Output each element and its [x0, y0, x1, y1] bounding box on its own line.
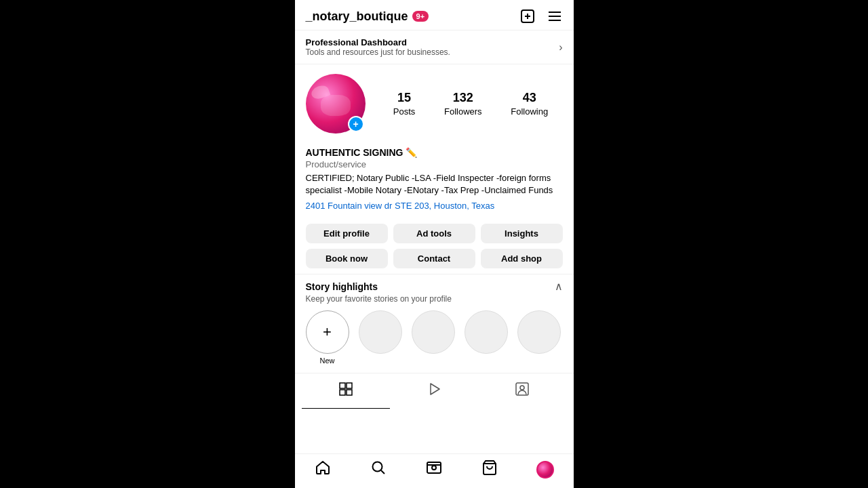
- highlights-header: Story highlights ∧: [306, 280, 563, 293]
- action-buttons-row2: Book now Contact Add shop: [295, 249, 574, 274]
- home-icon: [315, 460, 331, 480]
- tab-grid[interactable]: [302, 373, 390, 409]
- highlight-circle-4: [517, 310, 561, 354]
- highlight-circle-3: [465, 310, 508, 354]
- new-highlight-item[interactable]: + New: [306, 310, 349, 365]
- top-bar: _notary_boutique 9+: [295, 0, 574, 30]
- add-post-button[interactable]: [519, 8, 536, 24]
- search-icon: [370, 460, 387, 480]
- plus-icon: +: [323, 323, 332, 341]
- svg-line-14: [381, 470, 384, 474]
- menu-button[interactable]: [547, 8, 563, 24]
- shop-icon: [481, 460, 498, 480]
- add-shop-button[interactable]: Add shop: [481, 249, 563, 268]
- notification-badge[interactable]: 9+: [412, 11, 429, 22]
- display-name: AUTHENTIC SIGNING ✏️: [306, 147, 563, 158]
- top-icons: [519, 8, 563, 24]
- following-label: Following: [511, 106, 548, 117]
- following-count: 43: [523, 91, 536, 105]
- bio-section: AUTHENTIC SIGNING ✏️ Product/service CER…: [295, 147, 574, 218]
- profile-top: + 15 Posts 132 Followers 43 Following: [306, 74, 563, 134]
- pro-dashboard-banner[interactable]: Professional Dashboard Tools and resourc…: [295, 30, 574, 64]
- bottom-nav: [295, 453, 574, 488]
- add-story-button[interactable]: +: [348, 116, 364, 132]
- highlight-circle-2: [412, 310, 455, 354]
- followers-stat[interactable]: 132 Followers: [444, 91, 482, 117]
- svg-rect-6: [340, 383, 345, 388]
- pro-dashboard-subtitle: Tools and resources just for businesses.: [306, 47, 450, 57]
- content-tabs: [295, 373, 574, 409]
- highlights-subtitle: Keep your favorite stories on your profi…: [306, 294, 563, 304]
- highlights-title: Story highlights: [306, 281, 378, 292]
- location-link[interactable]: 2401 Fountain view dr STE 203, Houston, …: [306, 201, 495, 211]
- highlight-item-4[interactable]: [517, 310, 561, 365]
- new-highlight-label: New: [319, 357, 334, 365]
- username-area: _notary_boutique 9+: [306, 9, 429, 24]
- svg-rect-7: [347, 383, 352, 388]
- pro-dashboard-text: Professional Dashboard Tools and resourc…: [306, 37, 450, 57]
- story-highlights: Story highlights ∧ Keep your favorite st…: [295, 274, 574, 373]
- svg-rect-15: [427, 462, 441, 473]
- nav-profile-avatar: [536, 461, 554, 479]
- svg-point-12: [520, 386, 524, 390]
- followers-label: Followers: [444, 106, 482, 117]
- svg-rect-9: [347, 390, 352, 395]
- insights-button[interactable]: Insights: [481, 224, 563, 243]
- posts-label: Posts: [393, 106, 416, 117]
- nav-shop[interactable]: [462, 460, 517, 480]
- highlight-item-1[interactable]: [359, 310, 402, 365]
- posts-stat[interactable]: 15 Posts: [393, 91, 416, 117]
- bio-text: CERTIFIED; Notary Public -LSA -Field Ins…: [306, 172, 563, 197]
- book-now-button[interactable]: Book now: [306, 249, 388, 268]
- nav-search[interactable]: [351, 460, 406, 480]
- tab-tagged[interactable]: [478, 373, 566, 409]
- avatar-wrapper[interactable]: +: [306, 74, 366, 134]
- ad-tools-button[interactable]: Ad tools: [393, 224, 475, 243]
- tagged-icon: [515, 382, 530, 400]
- highlights-row: + New: [306, 310, 563, 370]
- pro-dashboard-arrow-icon: ›: [559, 41, 562, 54]
- nav-home[interactable]: [295, 460, 351, 480]
- following-stat[interactable]: 43 Following: [511, 91, 548, 117]
- svg-rect-8: [340, 390, 345, 395]
- action-buttons-row1: Edit profile Ad tools Insights: [295, 218, 574, 249]
- svg-point-16: [432, 466, 436, 470]
- followers-count: 132: [453, 91, 473, 105]
- nav-reels-icon: [426, 460, 442, 480]
- highlights-collapse-icon[interactable]: ∧: [555, 280, 563, 293]
- contact-button[interactable]: Contact: [393, 249, 475, 268]
- posts-count: 15: [397, 91, 411, 105]
- tab-reels[interactable]: [390, 373, 478, 409]
- nav-reels[interactable]: [406, 460, 462, 480]
- svg-marker-10: [431, 384, 439, 394]
- username: _notary_boutique: [306, 9, 408, 24]
- nav-profile[interactable]: [517, 460, 573, 480]
- pro-dashboard-title: Professional Dashboard: [306, 37, 450, 47]
- category: Product/service: [306, 159, 563, 169]
- highlight-item-3[interactable]: [465, 310, 508, 365]
- highlight-circle-1: [359, 310, 402, 354]
- edit-profile-button[interactable]: Edit profile: [306, 224, 388, 243]
- new-highlight-circle: +: [306, 310, 349, 354]
- grid-icon: [338, 382, 353, 400]
- profile-section: + 15 Posts 132 Followers 43 Following: [295, 64, 574, 147]
- stats-row: 15 Posts 132 Followers 43 Following: [379, 91, 563, 117]
- reels-icon: [427, 382, 441, 400]
- highlight-item-2[interactable]: [412, 310, 455, 365]
- svg-point-13: [372, 462, 382, 472]
